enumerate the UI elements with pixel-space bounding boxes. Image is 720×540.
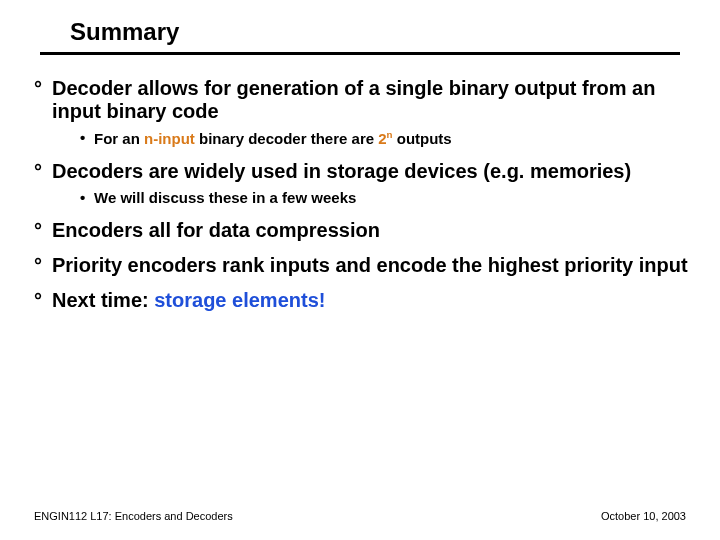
bullet-4: ° Priority encoders rank inputs and enco… (34, 254, 696, 277)
footer: ENGIN112 L17: Encoders and Decoders Octo… (34, 510, 686, 522)
subbullet-mark: • (80, 129, 94, 147)
slide-title: Summary (70, 18, 720, 46)
title-wrap: Summary (0, 0, 720, 46)
bullet-text: Decoder allows for generation of a singl… (52, 77, 696, 123)
subbullet-mark: • (80, 189, 94, 207)
bullet-mark: ° (34, 289, 52, 311)
bullet-2-sub: • We will discuss these in a few weeks (80, 189, 696, 207)
bullet-1: ° Decoder allows for generation of a sin… (34, 77, 696, 123)
bullet-text: Priority encoders rank inputs and encode… (52, 254, 688, 277)
b5-pre: Next time: (52, 289, 154, 311)
highlight-2n: 2n (378, 130, 392, 147)
sub-pre: For an (94, 130, 144, 147)
footer-left: ENGIN112 L17: Encoders and Decoders (34, 510, 233, 522)
sub-mid: binary decoder there are (195, 130, 378, 147)
slide: Summary ° Decoder allows for generation … (0, 0, 720, 540)
slide-body: ° Decoder allows for generation of a sin… (0, 55, 720, 312)
sub-post: outputs (393, 130, 452, 147)
bullet-mark: ° (34, 254, 52, 276)
bullet-3: ° Encoders all for data compression (34, 219, 696, 242)
two: 2 (378, 130, 386, 147)
highlight-n-input: n-input (144, 130, 195, 147)
bullet-mark: ° (34, 219, 52, 241)
bullet-mark: ° (34, 160, 52, 182)
bullet-text: Next time: storage elements! (52, 289, 325, 312)
highlight-storage-elements: storage elements! (154, 289, 325, 311)
bullet-text: Decoders are widely used in storage devi… (52, 160, 631, 183)
subbullet-text: For an n-input binary decoder there are … (94, 129, 452, 148)
bullet-2: ° Decoders are widely used in storage de… (34, 160, 696, 183)
bullet-mark: ° (34, 77, 52, 99)
footer-right: October 10, 2003 (601, 510, 686, 522)
bullet-text: Encoders all for data compression (52, 219, 380, 242)
subbullet-text: We will discuss these in a few weeks (94, 189, 356, 207)
bullet-5: ° Next time: storage elements! (34, 289, 696, 312)
bullet-1-sub: • For an n-input binary decoder there ar… (80, 129, 696, 148)
